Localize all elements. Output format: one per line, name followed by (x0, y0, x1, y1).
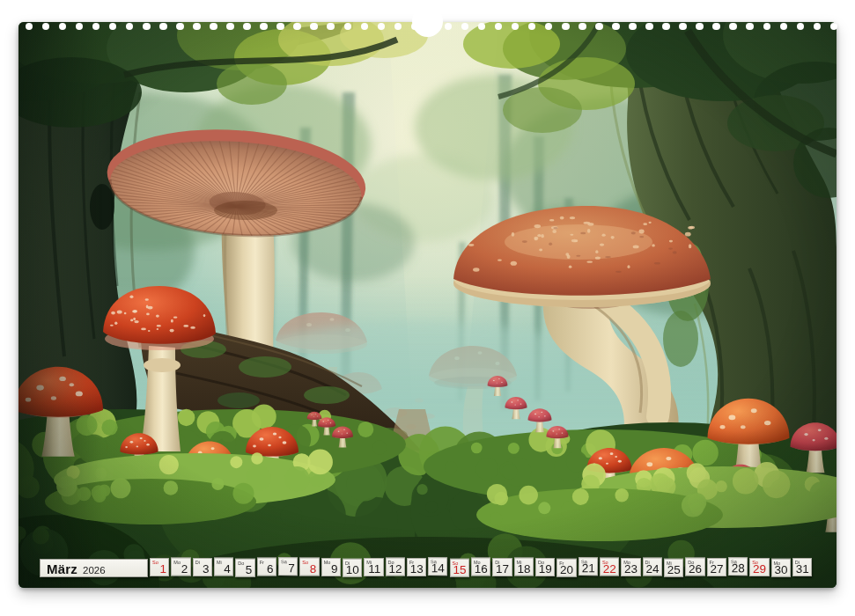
day-number: 6 (267, 562, 274, 575)
weekday-abbrev: Mo (173, 559, 181, 564)
calendar-day-cell: Sa14 (428, 557, 448, 576)
calendar-day-cell: Fr20 (556, 559, 576, 577)
calendar-day-cell: Mo9 (321, 558, 341, 576)
calendar-day-cell: Mi18 (514, 558, 534, 576)
binding-hole (361, 23, 369, 31)
calendar-day-cell: Di10 (343, 559, 362, 577)
weekday-abbrev: Fr (260, 559, 264, 564)
day-number: 1 (159, 563, 166, 576)
binding-hole (696, 23, 704, 31)
calendar-day-cell: Mi4 (214, 558, 233, 576)
month-year-label-box: März 2026 (40, 559, 148, 577)
day-number: 30 (774, 563, 787, 576)
day-number: 20 (560, 563, 573, 576)
calendar-day-cell: Di31 (792, 558, 812, 576)
binding-hole (612, 23, 620, 31)
calendar-day-cell: So1 (150, 558, 169, 576)
calendar-day-cell: Mo23 (621, 558, 640, 576)
binding-hole (378, 23, 386, 31)
binding-hole (327, 23, 335, 31)
binding-hole (210, 23, 217, 31)
year-label: 2026 (83, 565, 106, 576)
calendar-day-cell: Do5 (235, 559, 254, 577)
weekday-abbrev: Mo (324, 560, 331, 565)
day-number: 22 (603, 562, 616, 575)
calendar-day-cell: Mo16 (471, 558, 490, 576)
binding-hole (830, 23, 838, 31)
binding-hole (645, 23, 653, 31)
weekday-abbrev: So (152, 560, 158, 565)
binding-hole (780, 23, 788, 31)
day-number: 17 (496, 563, 509, 576)
day-number: 13 (410, 563, 424, 576)
month-label: März (47, 561, 77, 576)
weekday-abbrev: So (302, 559, 308, 564)
calendar-day-cell: Fr6 (257, 558, 276, 576)
calendar-day-cell: Di24 (643, 558, 662, 576)
binding-hole (662, 23, 670, 31)
calendar-day-cell: Do19 (535, 558, 555, 576)
day-number: 11 (368, 563, 380, 576)
calendar-day-cell: Di17 (492, 558, 512, 576)
calendar-day-cell: So22 (600, 558, 619, 576)
day-number: 15 (453, 563, 466, 576)
day-number: 23 (624, 563, 638, 576)
calendar-day-cell: Do12 (386, 558, 405, 576)
binding-hole (746, 23, 754, 31)
mushroom-forest-artwork (18, 22, 837, 588)
day-number: 10 (346, 563, 359, 576)
calendar-day-cell: Mi11 (364, 558, 383, 576)
day-number: 21 (581, 562, 594, 575)
binding-hole (797, 23, 805, 31)
hanger-hole (412, 6, 443, 37)
weekday-abbrev: Sa (281, 559, 287, 564)
calendar-product-page: { "calendar": { "month_label": "März", "… (0, 0, 855, 616)
binding-hole (159, 23, 167, 31)
day-number: 28 (732, 562, 745, 575)
day-number: 16 (475, 562, 488, 575)
day-number: 7 (288, 562, 295, 575)
binding-hole (293, 23, 301, 31)
binding-hole (276, 23, 284, 31)
binding-hole (193, 23, 201, 31)
weekday-abbrev: Mi (217, 559, 222, 564)
weekday-abbrev: Do (238, 560, 244, 565)
binding-hole (729, 23, 737, 31)
binding-hole (394, 23, 402, 31)
vignette (18, 22, 837, 588)
day-number: 12 (388, 562, 402, 575)
day-number: 25 (667, 563, 681, 576)
binding-hole (763, 23, 771, 31)
day-number: 8 (310, 562, 317, 575)
day-number: 18 (517, 562, 530, 575)
binding-hole (562, 23, 570, 31)
calendar-day-cell: Sa7 (278, 557, 299, 576)
calendar-day-cell: Sa28 (728, 557, 748, 576)
day-number: 19 (539, 563, 552, 576)
binding-hole (176, 23, 184, 31)
day-number: 27 (710, 563, 723, 576)
calendar-day-cell: Fr13 (407, 558, 426, 576)
calendar-date-strip: März 2026 So1Mo2Di3Mi4Do5Fr6Sa7So8Mo9Di1… (0, 557, 855, 580)
calendar-day-cell: Mo30 (771, 559, 791, 577)
binding-hole (260, 23, 268, 31)
day-number: 3 (203, 563, 210, 576)
calendar-day-cell: So8 (299, 558, 319, 576)
binding-hole (243, 23, 251, 31)
calendar-day-cell: So15 (450, 559, 469, 577)
calendar-day-cell: Fr27 (707, 558, 726, 576)
day-number: 29 (753, 563, 766, 576)
binding-hole (629, 23, 637, 31)
weekday-abbrev: Di (195, 560, 200, 565)
day-number: 4 (224, 562, 231, 575)
calendar-day-cell: Mi25 (664, 559, 683, 577)
binding-hole (143, 23, 151, 31)
calendar-photo-mushroom-forest (18, 22, 837, 588)
day-number: 26 (689, 562, 702, 575)
binding-hole (712, 23, 720, 31)
calendar-day-cell: Di3 (193, 558, 212, 576)
day-number: 31 (796, 563, 809, 576)
calendar-day-cell: So29 (749, 558, 769, 576)
binding-hole (344, 23, 352, 31)
binding-hole (310, 23, 318, 31)
